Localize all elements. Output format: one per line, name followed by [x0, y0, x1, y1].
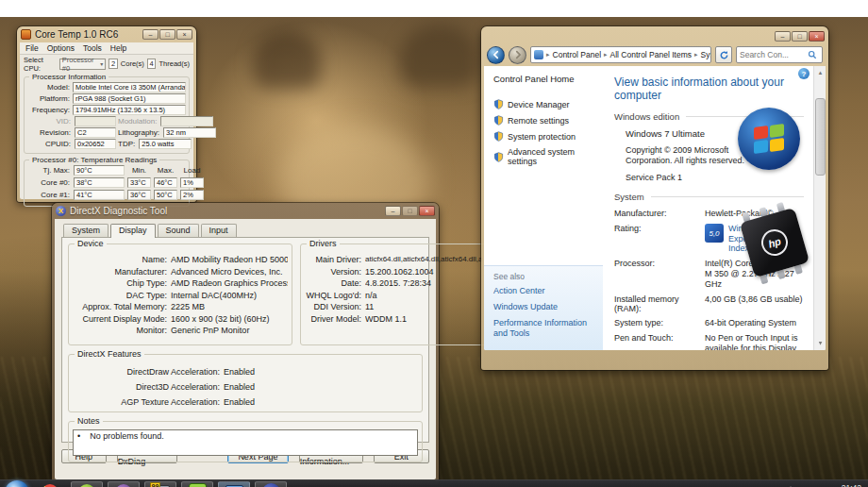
menu-file[interactable]: File [25, 43, 39, 53]
breadcrumb-separator-icon: ▸ [546, 51, 550, 59]
tab-system[interactable]: System [63, 224, 108, 238]
field-value: 11 [365, 301, 483, 313]
breadcrumb-all-items[interactable]: All Control Panel Items [610, 50, 692, 59]
field-label: Date: [305, 277, 365, 290]
clock[interactable]: 21:42 17.2.2016. [824, 483, 861, 487]
field-value: 4.8.2015. 7:28:34 [365, 277, 483, 290]
feature-label: AGP Texture Acceleration: [73, 395, 224, 410]
notes-header: Notes [75, 416, 103, 426]
field-label: Processor: [614, 259, 705, 290]
maximize-icon[interactable]: □ [159, 29, 175, 40]
taskbar-item-chrome[interactable] [34, 481, 66, 487]
scrollbar-thumb[interactable] [815, 98, 826, 176]
field-value: 64-bit Operating System [705, 318, 804, 328]
tab-input[interactable]: Input [201, 224, 237, 238]
field-value: 25.0 watts [139, 139, 192, 149]
field-label: Name: [73, 254, 171, 266]
field-label: System type: [614, 318, 705, 328]
link-action-center[interactable]: Action Center [493, 286, 595, 296]
field-label: Manufacturer: [73, 266, 171, 278]
features-header: DirectX Features [75, 349, 144, 359]
coretemp-title: Core Temp 1.0 RC6 [35, 29, 139, 40]
cpu-dropdown[interactable]: Processor #0 ▾ [59, 59, 106, 70]
action-center-flag-icon[interactable] [789, 484, 799, 487]
temperature-group: Processor #0: Temperature Readings Tj. M… [24, 160, 190, 207]
taskbar-item-utorrent[interactable]: µ [71, 481, 103, 487]
volume-icon[interactable] [772, 484, 783, 487]
dxdiag-icon: X [262, 483, 280, 487]
col-max: Max. [154, 166, 177, 175]
field-value: 2225 MB [171, 301, 288, 313]
close-icon[interactable]: × [419, 206, 435, 216]
tjmax-value: 90°C [74, 165, 125, 176]
back-button[interactable] [487, 46, 505, 64]
scroll-up-icon[interactable]: ▲ [814, 66, 826, 78]
field-label: Version: [305, 266, 365, 278]
table-row: Core #0: 38°C 33°C 46°C 1% [27, 177, 186, 188]
breadcrumb-system[interactable]: System [701, 50, 711, 59]
dxdiag-tabs: System Display Sound Input [63, 224, 429, 238]
field-value: WDDM 1.1 [365, 313, 483, 326]
field-label: CPUID: [27, 140, 73, 148]
scrollbar[interactable]: ▲ ▲ [813, 66, 826, 350]
breadcrumb-control-panel[interactable]: Control Panel [553, 50, 602, 59]
sidebar-item-device-manager[interactable]: Device Manager [493, 99, 603, 109]
notes-text: No problems found. [90, 431, 164, 454]
sidebar-item-remote-settings[interactable]: Remote settings [493, 115, 603, 126]
menu-options[interactable]: Options [47, 43, 75, 53]
field-value: AMD Radeon Graphics Processor (0x68E0) [171, 277, 288, 290]
taskbar-item-coretemp[interactable] [181, 481, 213, 487]
close-icon[interactable]: × [176, 29, 192, 40]
tab-sound[interactable]: Sound [158, 224, 199, 238]
scroll-down-icon[interactable]: ▲ [814, 338, 826, 350]
menu-tools[interactable]: Tools [83, 43, 102, 53]
feature-label: Direct3D Acceleration: [73, 379, 224, 395]
control-panel-icon [534, 50, 543, 59]
threads-label: Thread(s) [159, 59, 190, 68]
minimize-icon[interactable]: – [775, 31, 791, 42]
start-button[interactable] [5, 480, 29, 487]
forward-button[interactable] [509, 46, 526, 64]
field-label: Current Display Mode: [73, 313, 171, 326]
sidebar-item-advanced-system-settings[interactable]: Advanced system settings [493, 147, 603, 166]
menu-help[interactable]: Help [110, 43, 126, 53]
tray-time: 21:42 [824, 483, 861, 487]
minimize-icon[interactable]: – [385, 206, 401, 216]
taskbar-item-dxdiag[interactable]: X [255, 481, 287, 487]
search-input[interactable] [740, 50, 808, 59]
sidebar-item-system-protection[interactable]: System protection [493, 131, 603, 142]
dxdiag-body: System Display Sound Input Device Name:A… [55, 219, 436, 479]
help-icon[interactable]: ? [798, 68, 810, 79]
notes-listbox[interactable]: • No problems found. [73, 429, 418, 456]
threads-count: 4 [147, 59, 157, 69]
sidebar-item-control-panel-home[interactable]: Control Panel Home [493, 74, 603, 84]
link-windows-update[interactable]: Windows Update [493, 302, 595, 312]
badge-99: 99 [150, 482, 161, 487]
field-value: Mobile Intel Core i3 350M (Arrandale) [73, 82, 186, 92]
field-label: TDP: [118, 140, 137, 148]
drivers-header: Drivers [307, 239, 340, 248]
sidebar-item-label: Remote settings [508, 116, 569, 126]
address-bar[interactable]: ▸ Control Panel ▸ All Control Panel Item… [530, 46, 711, 63]
breadcrumb-separator-icon: ▸ [694, 51, 698, 59]
taskbar-item-system[interactable] [218, 481, 250, 487]
close-icon[interactable]: × [809, 31, 825, 42]
taskbar-item-image-viewer[interactable]: 99 [144, 481, 176, 487]
search-box[interactable] [736, 46, 823, 63]
chrome-icon [42, 484, 58, 487]
chevron-down-icon: ▾ [100, 60, 103, 67]
core-min: 33°C [127, 177, 151, 188]
maximize-icon[interactable]: □ [792, 31, 808, 42]
forward-arrow-icon [513, 50, 523, 59]
coretemp-titlebar[interactable]: Core Temp 1.0 RC6 – □ × [17, 26, 196, 42]
core-max: 50°C [154, 190, 177, 200]
refresh-button[interactable] [715, 46, 732, 63]
system-titlebar[interactable]: – □ × [481, 26, 828, 43]
tab-display[interactable]: Display [110, 224, 156, 238]
field-value: C2 [75, 127, 116, 138]
link-performance-information[interactable]: Performance Information and Tools [493, 318, 595, 339]
taskbar-item-viber[interactable] [108, 481, 140, 487]
shield-icon [493, 99, 504, 109]
dxdiag-titlebar[interactable]: X DirectX Diagnostic Tool – □ × [52, 203, 439, 219]
minimize-icon[interactable]: – [142, 29, 159, 40]
